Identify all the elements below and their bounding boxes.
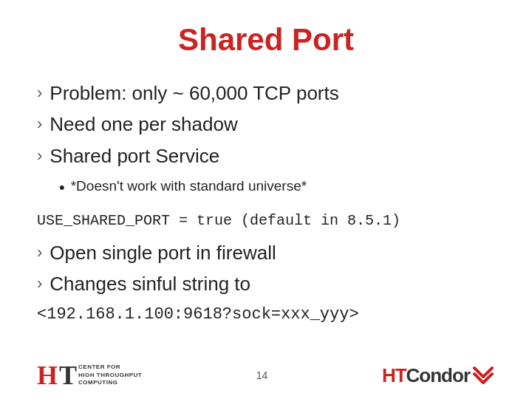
footer: H T CENTER FOR HIGH THROUGHPUT COMPUTING… [37, 356, 495, 392]
code-suffix: (default in 8.5.1) [232, 212, 400, 229]
bullet-arrow-4: › [37, 242, 42, 265]
bullet-item-2: › Need one per shadow [37, 111, 495, 137]
bullet-item-4: › Open single port in firewall [37, 239, 495, 266]
bullet-item-3: › Shared port Service [37, 143, 495, 169]
ht-logo: H T CENTER FOR HIGH THROUGHPUT COMPUTING [37, 362, 142, 389]
ht-line3: COMPUTING [78, 379, 142, 386]
bullet-text-5: Changes sinful string to [50, 270, 250, 297]
page-number: 14 [142, 369, 382, 381]
bullet-text-2: Need one per shadow [50, 111, 237, 137]
bullet-arrow-3: › [37, 145, 42, 168]
sub-item-1: • *Doesn't work with standard universe* [59, 177, 495, 200]
bullet-arrow-5: › [37, 273, 42, 296]
slide: Shared Port › Problem: only ~ 60,000 TCP… [0, 0, 532, 399]
ht-taglines: CENTER FOR HIGH THROUGHPUT COMPUTING [78, 364, 142, 386]
htcondor-logo: HTCondor [382, 364, 495, 387]
ht-h-letter: H [37, 362, 58, 389]
bullet-item-5: › Changes sinful string to [37, 270, 495, 297]
htcondor-ht: HT [382, 364, 406, 386]
ht-t-letter: T [59, 362, 77, 389]
bullet-arrow-2: › [37, 113, 42, 136]
slide-title: Shared Port [37, 15, 495, 58]
sub-item-text: *Doesn't work with standard universe* [71, 177, 307, 197]
code-line: USE_SHARED_PORT = true (default in 8.5.1… [37, 210, 495, 232]
ht-letters: H T CENTER FOR HIGH THROUGHPUT COMPUTING [37, 362, 142, 389]
code-block: <192.168.1.100:9618?sock=xxx_yyy> [37, 305, 495, 324]
slide-content: › Problem: only ~ 60,000 TCP ports › Nee… [37, 80, 495, 356]
bullet-text-4: Open single port in firewall [50, 239, 276, 266]
sub-bullet-dot: • [59, 177, 65, 200]
condor-chevron-icon [471, 364, 495, 387]
htcondor-condor: Condor [406, 364, 470, 386]
ht-line2: HIGH THROUGHPUT [78, 372, 142, 379]
bullet-arrow-1: › [37, 82, 42, 105]
bullet-text-3: Shared port Service [50, 143, 219, 169]
htcondor-text: HTCondor [382, 364, 470, 387]
bullet-item-1: › Problem: only ~ 60,000 TCP ports [37, 80, 495, 106]
bullet-text-1: Problem: only ~ 60,000 TCP ports [50, 80, 338, 106]
code-prefix: USE_SHARED_PORT = true [37, 212, 232, 229]
ht-line1: CENTER FOR [78, 364, 142, 371]
